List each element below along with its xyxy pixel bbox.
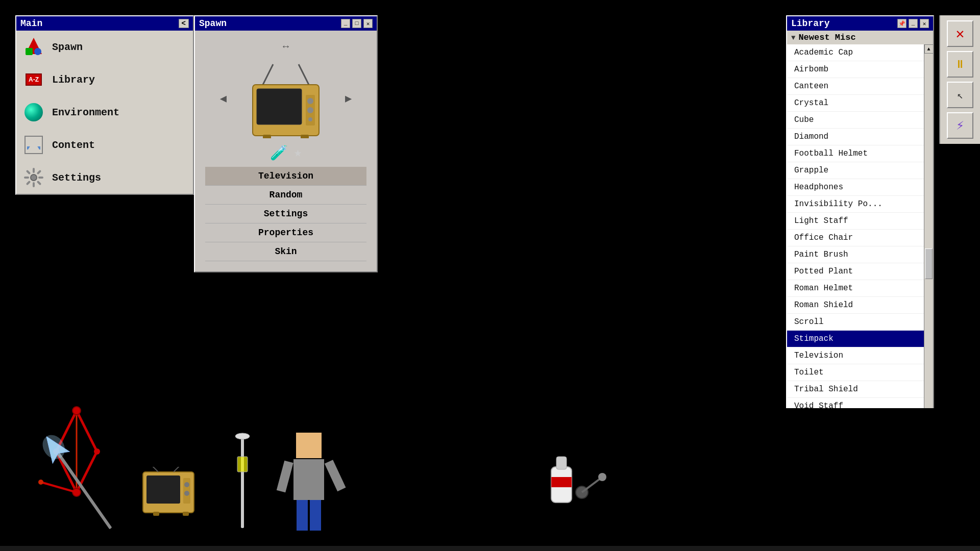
char-arm-right (325, 460, 346, 491)
library-item-cube[interactable]: Cube (787, 112, 933, 129)
spawn-content: ↔ ◀ (195, 31, 377, 271)
sidebar-item-library-label: Library (52, 74, 95, 86)
library-item-paint-brush[interactable]: Paint Brush (787, 246, 933, 263)
library-collapse-arrow[interactable]: ▼ (791, 34, 795, 42)
sidebar-item-library[interactable]: A-Z Library (16, 63, 193, 96)
star-icon: ★ (294, 144, 302, 162)
lightning-button[interactable]: ⚡ (947, 112, 973, 139)
spawn-prev-btn[interactable]: ◀ (220, 92, 227, 106)
spawn-menu-random[interactable]: Random (205, 186, 366, 205)
spawn-viewer-row: ◀ (220, 58, 352, 139)
pause-icon: ⏸ (954, 58, 966, 71)
x-icon: ✕ (956, 25, 965, 42)
scene-floor-area (0, 408, 980, 551)
svg-point-21 (308, 117, 312, 121)
close-button[interactable]: ✕ (947, 20, 973, 47)
scrollbar-track[interactable] (924, 54, 933, 443)
library-item-academic-cap[interactable]: Academic Cap (787, 44, 933, 61)
svg-rect-40 (146, 475, 180, 504)
svg-line-11 (38, 182, 40, 184)
pause-button[interactable]: ⏸ (947, 51, 973, 78)
main-panel-collapse-btn[interactable]: < (179, 19, 189, 28)
library-pin-btn[interactable]: 📌 (897, 19, 906, 28)
library-item-airbomb[interactable]: Airbomb (787, 61, 933, 78)
spawn-menu-television[interactable]: Television (205, 167, 366, 186)
svg-point-2 (34, 48, 41, 55)
spawn-icons-row: 🧪 ★ (270, 144, 302, 162)
scrollbar-up-btn[interactable]: ▲ (924, 44, 934, 54)
library-panel-title: Library (791, 18, 830, 29)
library-item-toilet[interactable]: Toilet (787, 364, 933, 381)
sidebar-item-settings[interactable]: Settings (16, 161, 193, 194)
svg-point-49 (235, 433, 250, 439)
svg-point-5 (31, 174, 37, 181)
library-item-grapple[interactable]: Grapple (787, 162, 933, 179)
scrollbar-thumb[interactable] (925, 248, 933, 279)
svg-point-57 (598, 473, 606, 481)
spawn-next-btn[interactable]: ▶ (345, 92, 352, 106)
spawn-panel-buttons: _ □ ✕ (341, 19, 373, 28)
library-item-roman-helmet[interactable]: Roman Helmet (787, 280, 933, 297)
spawn-maximize-btn[interactable]: □ (352, 19, 361, 28)
spawn-nav: ↔ (205, 41, 366, 53)
sidebar-item-content[interactable]: Content (16, 129, 193, 161)
main-panel-title: Main (20, 18, 42, 29)
svg-rect-53 (556, 457, 567, 469)
spawn-minimize-btn[interactable]: _ (341, 19, 350, 28)
spawn-panel-titlebar: Spawn _ □ ✕ (195, 16, 377, 31)
sidebar-item-spawn-label: Spawn (52, 41, 83, 53)
library-item-television[interactable]: Television (787, 347, 933, 364)
main-panel: Main < Spawn A-Z Library Environment (15, 15, 194, 195)
sidebar-item-environment[interactable]: Environment (16, 96, 193, 129)
sidebar-item-settings-label: Settings (52, 172, 101, 184)
svg-point-34 (38, 480, 43, 485)
library-icon: A-Z (22, 68, 45, 91)
sidebar-item-environment-label: Environment (52, 107, 119, 118)
content-icon (22, 134, 45, 156)
library-item-canteen[interactable]: Canteen (787, 78, 933, 95)
library-item-stimpack[interactable]: Stimpack (787, 331, 933, 347)
library-item-headphones[interactable]: Headphones (787, 179, 933, 196)
tv-svg (237, 59, 334, 138)
library-close-btn[interactable]: ✕ (920, 19, 929, 28)
char-leg-right (310, 500, 321, 531)
char-body (293, 459, 324, 500)
svg-point-29 (72, 407, 81, 415)
library-item-office-chair[interactable]: Office Chair (787, 230, 933, 246)
spawn-menu-skin[interactable]: Skin (205, 242, 366, 261)
library-minimize-btn[interactable]: _ (909, 19, 918, 28)
spawn-panel-title: Spawn (199, 18, 227, 29)
library-item-potted-plant[interactable]: Potted Plant (787, 263, 933, 280)
lamp-post-object (230, 426, 255, 531)
cursor-icon: ↖ (957, 89, 963, 102)
library-panel-titlebar: Library 📌 _ ✕ (787, 16, 933, 31)
library-scrollbar: ▲ ▼ (924, 44, 933, 453)
library-item-football-helmet[interactable]: Football Helmet (787, 145, 933, 162)
spawn-menu-properties[interactable]: Properties (205, 223, 366, 242)
settings-icon (22, 166, 45, 189)
library-item-diamond[interactable]: Diamond (787, 129, 933, 145)
sidebar-item-spawn[interactable]: Spawn (16, 31, 193, 63)
svg-line-10 (28, 171, 30, 173)
spawn-menu-settings[interactable]: Settings (205, 205, 366, 223)
library-list: Academic Cap Airbomb Canteen Crystal Cub… (787, 44, 933, 415)
spawn-move-icon: ↔ (283, 41, 289, 53)
library-item-roman-shield[interactable]: Roman Shield (787, 297, 933, 314)
svg-line-46 (151, 467, 158, 472)
library-item-invisibility[interactable]: Invisibility Po... (787, 196, 933, 213)
library-item-crystal[interactable]: Crystal (787, 95, 933, 112)
char-legs (293, 500, 324, 531)
library-item-light-staff[interactable]: Light Staff (787, 213, 933, 230)
svg-point-31 (94, 448, 100, 455)
ground-line (0, 546, 980, 551)
cursor-button[interactable]: ↖ (947, 82, 973, 108)
char-arm-left (277, 461, 293, 493)
svg-rect-54 (551, 477, 572, 487)
library-item-scroll[interactable]: Scroll (787, 314, 933, 331)
spawn-close-btn[interactable]: ✕ (363, 19, 373, 28)
char-leg-left (297, 500, 308, 531)
svg-line-47 (174, 467, 181, 472)
library-item-tribal-shield[interactable]: Tribal Shield (787, 381, 933, 398)
svg-rect-45 (183, 512, 189, 516)
spawn-icon (22, 36, 45, 58)
